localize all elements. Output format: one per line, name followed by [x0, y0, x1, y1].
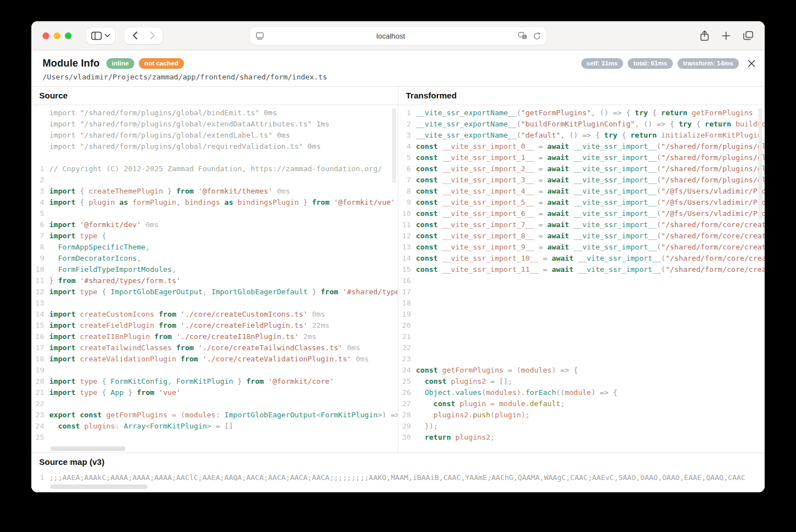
code-line: 24const getFormPlugins = (modules) => { [398, 365, 765, 376]
code-panes: Source import "/shared/form/plugins/glob… [31, 86, 765, 453]
status-badge: not cached [139, 58, 184, 69]
import-link-line[interactable]: import "/shared/form/plugins/global/exte… [31, 119, 398, 130]
import-link-line[interactable]: import "/shared/form/plugins/global/bind… [31, 107, 398, 119]
code-line: 10 FormFieldTypeImportModules, [31, 264, 398, 275]
code-line: 7import type { [31, 230, 398, 242]
line-number: 2 [31, 175, 49, 186]
sourcemap-horizontal-scrollbar[interactable] [50, 484, 148, 489]
line-number: 3 [31, 186, 49, 197]
line-number: 15 [31, 320, 49, 331]
tab-overview-icon[interactable] [743, 31, 753, 40]
nav-buttons [124, 27, 163, 44]
line-number: 1 [31, 163, 49, 175]
code-line: 21import type { App } from 'vue' [31, 387, 398, 398]
url-text: localhost [264, 32, 518, 40]
line-number: 24 [31, 421, 49, 432]
line-number: 12 [31, 286, 49, 298]
code-line: 1// Copyright (C) 2012-2025 Zammad Found… [31, 163, 398, 175]
line-number: 8 [398, 186, 416, 197]
code-line: 21 [398, 331, 765, 342]
status-badge: inline [106, 58, 134, 69]
code-line: 2__vite_ssr_exportName__("buildFormKitPl… [398, 119, 765, 130]
code-line: 2 [31, 175, 398, 186]
code-line: 26 Object.values(modules).forEach((modul… [398, 387, 765, 398]
code-line: 12const __vite_ssr_import_8__ = await __… [398, 230, 765, 242]
transformed-vertical-scrollbar[interactable] [759, 108, 762, 220]
module-badges: inlinenot cached [106, 58, 184, 69]
timing-badges: self: 11mstotal: 61mstransform: 14ms [581, 58, 739, 69]
line-number: 20 [398, 320, 416, 331]
chevron-down-icon[interactable] [105, 34, 110, 37]
line-number: 2 [398, 119, 416, 130]
share-icon[interactable] [700, 30, 709, 41]
back-button[interactable] [126, 27, 143, 44]
line-number: 27 [398, 398, 416, 409]
browser-window: localhost x [31, 21, 765, 492]
import-link-line[interactable]: import "/shared/form/plugins/global/requ… [31, 141, 398, 152]
new-tab-icon[interactable] [722, 31, 731, 40]
close-window-button[interactable] [43, 32, 49, 39]
code-line: 9 FormDecoratorIcons, [31, 253, 398, 264]
line-number: 23 [31, 409, 49, 421]
code-line: 7const __vite_ssr_import_3__ = await __v… [398, 175, 765, 186]
code-line: 3__vite_ssr_exportName__("default", () =… [398, 130, 765, 141]
line-number: 14 [398, 253, 416, 264]
code-line: 1;;;AAEA;AAAkC;AAAA;AAAA;AAAA;AAClC;AAEA… [31, 472, 765, 483]
line-number: 21 [398, 331, 416, 342]
timing-badge: transform: 14ms [677, 58, 739, 69]
code-line: 20 [398, 320, 765, 331]
address-bar[interactable]: localhost x [250, 27, 547, 45]
code-line: 4import { plugin as formPlugin, bindings… [31, 197, 398, 208]
source-horizontal-scrollbar[interactable] [50, 446, 125, 451]
line-number: 9 [398, 197, 416, 208]
line-number: 29 [398, 421, 416, 432]
line-number [31, 141, 49, 152]
line-number: 11 [31, 275, 49, 286]
line-number: 15 [398, 264, 416, 275]
line-number: 30 [398, 432, 416, 443]
code-line: 13 [31, 298, 398, 309]
sidebar-toggle-group [86, 27, 115, 44]
sourcemap-title: Source map (v3) [31, 453, 765, 470]
line-number [31, 107, 49, 119]
line-number: 4 [398, 141, 416, 152]
source-code-view: import "/shared/form/plugins/global/bind… [31, 105, 398, 453]
code-line: 11} from '#shared/types/form.ts' [31, 275, 398, 286]
code-line: 16 [398, 275, 765, 286]
code-line: 25 const plugins2 = []; [398, 376, 765, 387]
translate-icon[interactable]: x [518, 32, 527, 40]
code-line [31, 152, 398, 163]
source-pane: Source import "/shared/form/plugins/glob… [31, 87, 398, 453]
sidebar-icon[interactable] [91, 31, 102, 40]
code-line: 1__vite_ssr_exportName__("getFormPlugins… [398, 107, 765, 119]
code-line: 16import createI18nPlugin from './core/c… [31, 331, 398, 342]
code-line: 5const __vite_ssr_import_1__ = await __v… [398, 152, 765, 163]
forward-button[interactable] [144, 27, 161, 44]
line-number: 23 [398, 354, 416, 365]
line-number: 22 [31, 398, 49, 409]
line-number: 7 [31, 230, 49, 242]
code-line: 13const __vite_ssr_import_9__ = await __… [398, 242, 765, 253]
maximize-window-button[interactable] [65, 32, 72, 39]
minimize-window-button[interactable] [54, 32, 60, 39]
code-line: 23 [398, 354, 765, 365]
code-line: 14const __vite_ssr_import_10__ = await _… [398, 253, 765, 264]
code-line: 15const __vite_ssr_import_11__ = await _… [398, 264, 765, 275]
line-number: 28 [398, 409, 416, 421]
code-line: 10const __vite_ssr_import_6__ = await __… [398, 208, 765, 219]
code-line: 6const __vite_ssr_import_2__ = await __v… [398, 163, 765, 175]
line-number: 5 [398, 152, 416, 163]
line-number: 9 [31, 253, 49, 264]
code-line: 5 [31, 208, 398, 219]
reload-icon[interactable] [533, 32, 541, 40]
line-number: 19 [398, 309, 416, 320]
close-panel-button[interactable] [747, 59, 756, 68]
code-line: 4const __vite_ssr_import_0__ = await __v… [398, 141, 765, 152]
screen-background: localhost x [0, 0, 796, 532]
code-line: 22 [398, 342, 765, 354]
import-link-line[interactable]: import "/shared/form/plugins/global/exte… [31, 130, 398, 141]
source-vertical-scrollbar[interactable] [392, 108, 396, 183]
page-settings-icon[interactable] [256, 32, 264, 40]
transformed-pane: Transformed 1__vite_ssr_exportName__("ge… [398, 87, 765, 453]
line-number: 6 [398, 163, 416, 175]
